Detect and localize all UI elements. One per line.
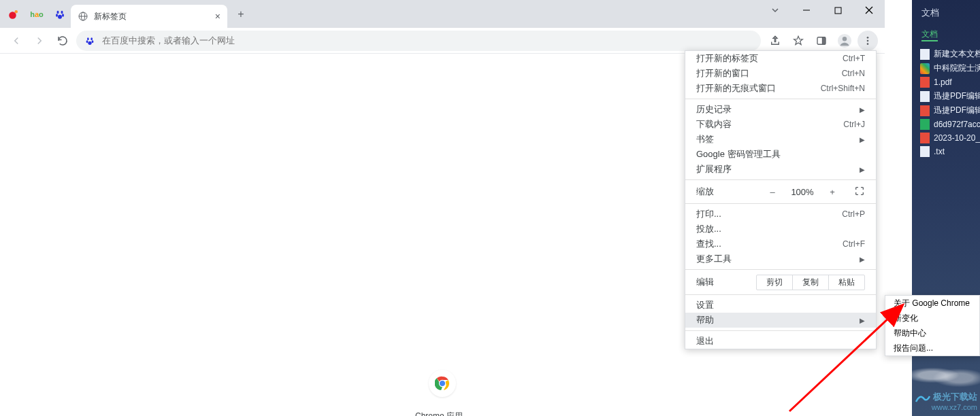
pinned-tab-baidu[interactable] [49,3,71,25]
menu-print[interactable]: 打印...Ctrl+P [685,207,876,222]
edit-copy-button[interactable]: 复制 [793,275,829,290]
plus-icon: + [238,8,244,20]
menu-settings[interactable]: 设置 [685,298,876,313]
chevron-down-icon[interactable] [760,0,791,20]
svg-point-23 [843,37,847,41]
help-submenu: 关于 Google Chrome 新变化 帮助中心 报告问题... [885,295,980,356]
watermark: 极光下载站 www.xz7.com [915,392,977,412]
zoom-in-button[interactable]: + [826,187,839,197]
submenu-about-chrome[interactable]: 关于 Google Chrome [885,296,979,311]
close-tab-icon[interactable]: × [215,11,220,22]
menu-find[interactable]: 查找...Ctrl+F [685,237,876,252]
menu-cast[interactable]: 投放... [685,222,876,237]
zoom-percentage: 100% [787,187,817,197]
svg-point-2 [57,10,59,14]
menu-separator [685,203,876,204]
pinned-tab-weibo[interactable] [3,3,24,25]
menu-incognito[interactable]: 打开新的无痕式窗口Ctrl+Shift+N [685,81,876,96]
file-name: d6d972f7acc [934,120,980,129]
close-window-button[interactable] [853,0,885,20]
submenu-help-center[interactable]: 帮助中心 [885,326,979,341]
svg-rect-11 [835,7,841,14]
doc-file-icon [920,49,930,60]
baidu-paw-icon [54,8,66,20]
chevron-right-icon: ▶ [860,106,865,114]
minimize-button[interactable] [791,0,822,20]
main-menu-button[interactable] [858,31,878,51]
file-item[interactable]: 中科院院士演 [912,61,980,75]
fullscreen-button[interactable] [854,186,865,198]
svg-point-5 [62,14,64,17]
chevron-right-icon: ▶ [860,136,865,143]
edit-cut-button[interactable]: 剪切 [757,275,793,290]
file-list: 新建文本文档中科院院士演1.pdf迅捷PDF编辑迅捷PDF编辑d6d972f7a… [912,44,980,161]
bookmark-button[interactable] [788,31,808,51]
svg-point-17 [92,40,94,43]
file-item[interactable]: d6d972f7acc [912,118,980,131]
file-item[interactable]: 迅捷PDF编辑 [912,103,980,118]
chrome-apps-shortcut[interactable]: Chrome 应用... [415,370,470,416]
pinned-tab-hao[interactable]: hao [26,3,48,25]
docs-tab[interactable]: 文档 [912,24,980,44]
side-panel-button[interactable] [811,31,832,51]
hao-icon: hao [30,10,44,18]
address-bar[interactable] [76,31,761,51]
window-controls [760,0,885,20]
menu-history[interactable]: 历史记录▶ [685,102,876,117]
new-tab-button[interactable]: + [231,5,250,24]
chrome-logo-icon [429,370,456,397]
reload-button[interactable] [53,31,72,50]
watermark-logo-icon [915,392,931,403]
forward-button[interactable] [30,31,49,50]
edit-label: 编辑 [696,276,714,288]
svg-point-18 [88,41,91,44]
file-item[interactable]: 新建文本文档 [912,47,980,61]
menu-bookmarks[interactable]: 书签▶ [685,132,876,147]
share-button[interactable] [765,31,785,51]
svg-point-4 [56,14,58,17]
chevron-right-icon: ▶ [860,166,865,173]
menu-separator [685,269,876,270]
file-name: 新建文本文档 [934,48,980,60]
submenu-report-issue[interactable]: 报告问题... [885,341,979,356]
pinned-tabs: hao [0,3,71,25]
menu-exit[interactable]: 退出 [685,334,876,349]
file-item[interactable]: 1.pdf [912,75,980,89]
menu-downloads[interactable]: 下载内容Ctrl+J [685,117,876,132]
file-name: .txt [934,147,945,156]
url-input[interactable] [102,35,753,46]
file-item[interactable]: 2023-10-20_ [912,131,980,145]
maximize-button[interactable] [822,0,853,20]
file-name: 迅捷PDF编辑 [934,105,980,116]
svg-point-6 [58,14,62,18]
file-item[interactable]: .txt [912,145,980,158]
file-name: 中科院院士演 [934,63,980,74]
doc-file-icon [920,91,930,102]
back-button[interactable] [7,31,26,50]
doc-file-icon [920,146,930,157]
active-tab[interactable]: 新标签页 × [71,5,227,28]
svg-point-25 [867,39,869,41]
file-item[interactable]: 迅捷PDF编辑 [912,89,980,103]
menu-zoom: 缩放 – 100% + [685,183,876,201]
svg-point-26 [867,43,869,45]
chrome-apps-label: Chrome 应用... [415,411,470,416]
profile-button[interactable] [834,31,855,51]
menu-new-window[interactable]: 打开新的窗口Ctrl+N [685,66,876,81]
menu-new-tab[interactable]: 打开新的标签页Ctrl+T [685,51,876,66]
menu-passwords[interactable]: Google 密码管理工具 [685,147,876,162]
svg-point-1 [15,10,18,14]
edit-paste-button[interactable]: 粘贴 [829,275,864,290]
menu-edit: 编辑 剪切 复制 粘贴 [685,273,876,292]
svg-point-15 [91,37,93,40]
pdf-file-icon [920,133,930,143]
submenu-whats-new[interactable]: 新变化 [885,311,979,326]
globe-icon [78,11,88,22]
baidu-paw-icon [84,35,95,46]
rainbow-file-icon [920,63,930,74]
menu-extensions[interactable]: 扩展程序▶ [685,162,876,177]
zoom-out-button[interactable]: – [766,187,779,197]
sheet-file-icon [920,119,930,130]
menu-more-tools[interactable]: 更多工具▶ [685,252,876,266]
menu-help[interactable]: 帮助▶ [685,313,876,328]
